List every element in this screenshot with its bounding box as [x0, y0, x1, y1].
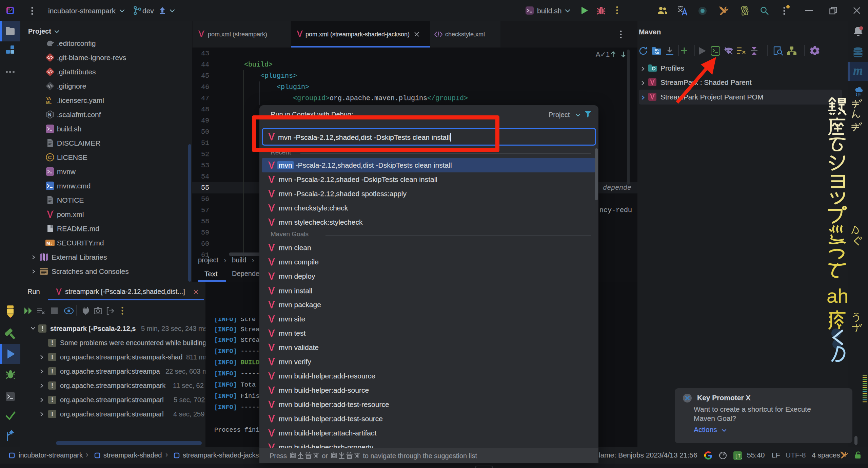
svg-text:N: N [48, 112, 51, 117]
svg-text:C: C [48, 154, 52, 160]
svg-text:[T]: [T] [735, 453, 742, 459]
svg-text:M↓: M↓ [46, 241, 52, 246]
